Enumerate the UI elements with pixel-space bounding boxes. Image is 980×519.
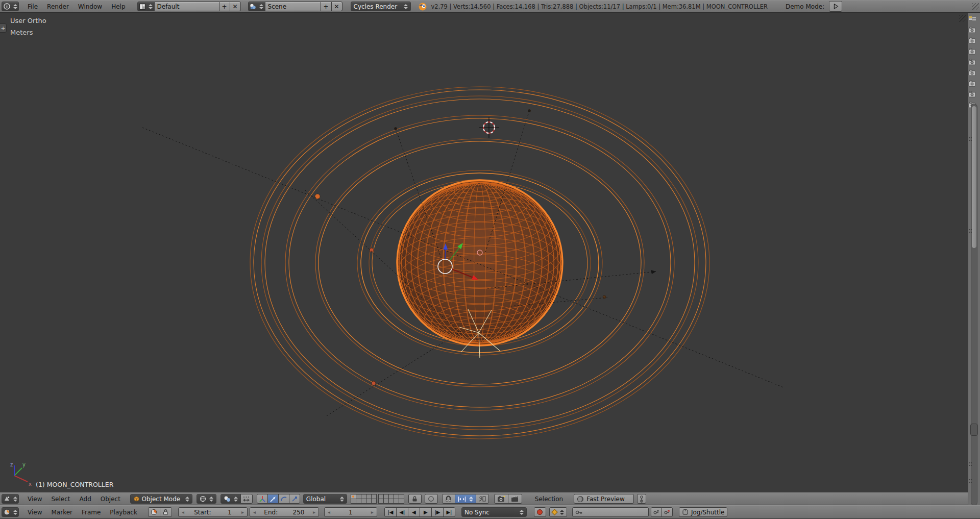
sync-mode-select[interactable]: No Sync bbox=[461, 507, 527, 517]
render-opengl-still-button[interactable] bbox=[494, 494, 508, 504]
menu-view[interactable]: View bbox=[23, 509, 46, 516]
transport-button-5[interactable]: ▶| bbox=[443, 507, 455, 517]
editor-type-spinner bbox=[13, 4, 17, 9]
properties-tab-icon-4[interactable] bbox=[968, 69, 976, 76]
proportional-circle-icon bbox=[428, 496, 434, 502]
mode-select[interactable]: Object Mode bbox=[130, 494, 192, 504]
jog-shuttle-button[interactable]: Jog/Shuttle bbox=[679, 507, 728, 517]
properties-editor-collapsed[interactable] bbox=[968, 13, 980, 505]
snap-target-button[interactable] bbox=[476, 494, 489, 504]
keying-set-field[interactable] bbox=[572, 507, 649, 517]
snap-toggle-button[interactable] bbox=[442, 494, 455, 504]
scene-delete-button[interactable]: ✕ bbox=[331, 2, 342, 11]
transport-button-0[interactable]: |◀ bbox=[384, 507, 397, 517]
demo-play-button[interactable] bbox=[829, 1, 842, 12]
blender-logo-icon bbox=[418, 2, 427, 11]
keyframe-diamond-icon bbox=[551, 509, 558, 515]
scene-browse-button[interactable] bbox=[248, 2, 265, 11]
screen-layout-add-button[interactable]: + bbox=[219, 2, 230, 11]
viewport-corner-grip-topright[interactable] bbox=[959, 15, 966, 22]
view3d-menu-row: ViewSelectAddObject bbox=[23, 496, 125, 503]
menu-window[interactable]: Window bbox=[74, 3, 107, 10]
render-engine-select[interactable]: Cycles Render bbox=[351, 2, 411, 11]
scene-add-button[interactable]: + bbox=[321, 2, 332, 11]
properties-scrollbar-track[interactable] bbox=[971, 104, 977, 506]
pin-id-button[interactable] bbox=[637, 494, 646, 504]
drawtype-select[interactable] bbox=[197, 494, 216, 504]
close-icon: ✕ bbox=[232, 3, 237, 10]
screen-layout-delete-button[interactable]: ✕ bbox=[230, 2, 241, 11]
properties-tab-icon-2[interactable] bbox=[968, 48, 976, 55]
properties-tab-icon-0[interactable] bbox=[968, 27, 976, 33]
menu-help[interactable]: Help bbox=[107, 3, 130, 10]
info-bar-resize-grip[interactable] bbox=[972, 3, 979, 10]
translate-arrow-icon bbox=[270, 496, 277, 503]
menu-marker[interactable]: Marker bbox=[46, 509, 77, 516]
transport-button-2[interactable]: ◀ bbox=[408, 507, 420, 517]
manipulator-rotate-button[interactable] bbox=[278, 494, 289, 504]
properties-scrollbar-thumb[interactable] bbox=[972, 106, 976, 248]
layer-toggle-19[interactable] bbox=[399, 499, 404, 504]
scene-name-field[interactable]: Scene bbox=[265, 2, 321, 11]
frame-start-field[interactable]: ◂ Start: 1 ▸ bbox=[178, 507, 248, 517]
menu-frame[interactable]: Frame bbox=[77, 509, 105, 516]
snap-element-spinner bbox=[469, 497, 473, 502]
layer-toggle-9[interactable] bbox=[371, 499, 377, 504]
manipulator-scale-button[interactable] bbox=[289, 494, 300, 504]
editor-type-button-3dview[interactable] bbox=[2, 494, 19, 504]
manipulator-translate-button[interactable] bbox=[267, 494, 279, 504]
properties-editor-icon[interactable] bbox=[968, 16, 976, 22]
screen-layout-name-field[interactable]: Default bbox=[154, 2, 219, 11]
pivot-select[interactable] bbox=[220, 494, 241, 504]
properties-tab-icon-6[interactable] bbox=[968, 91, 976, 97]
menu-view[interactable]: View bbox=[23, 496, 46, 503]
current-frame-field[interactable]: ◂ 1 ▸ bbox=[324, 507, 377, 517]
toolshelf-expand-button[interactable]: + bbox=[0, 23, 7, 33]
panel-grip-dots[interactable] bbox=[969, 479, 972, 484]
transport-button-4[interactable]: |▶ bbox=[431, 507, 444, 517]
snap-element-select[interactable] bbox=[455, 494, 476, 504]
pivot-align-toggle[interactable] bbox=[240, 494, 253, 504]
editor-type-button-info[interactable] bbox=[2, 2, 19, 11]
fast-preview-select[interactable]: Fast Preview bbox=[574, 494, 634, 504]
orientation-select[interactable]: Global bbox=[303, 494, 347, 504]
screen-layout-spinner bbox=[149, 4, 153, 9]
properties-mini-button[interactable] bbox=[970, 424, 978, 436]
properties-tab-icon-3[interactable] bbox=[968, 59, 976, 65]
transport-button-1[interactable]: ◀| bbox=[396, 507, 408, 517]
stepper-right-arrow[interactable]: ▸ bbox=[312, 509, 316, 515]
lock-modes-button[interactable] bbox=[408, 494, 422, 504]
panel-grip-dots[interactable] bbox=[969, 462, 972, 467]
properties-tab-icon-1[interactable] bbox=[968, 37, 976, 44]
screen-layout-browse-button[interactable] bbox=[137, 2, 155, 11]
menu-file[interactable]: File bbox=[23, 3, 42, 10]
properties-tab-icon-5[interactable] bbox=[968, 80, 976, 87]
panel-grip-dots[interactable] bbox=[969, 229, 972, 234]
menu-render[interactable]: Render bbox=[42, 3, 74, 10]
frame-end-field[interactable]: ◂ End: 250 ▸ bbox=[250, 507, 319, 517]
use-preview-range-button[interactable] bbox=[148, 507, 160, 517]
panel-grip-dots[interactable] bbox=[969, 137, 972, 142]
menu-add[interactable]: Add bbox=[75, 496, 96, 503]
menu-object[interactable]: Object bbox=[96, 496, 125, 503]
editor-type-button-timeline[interactable] bbox=[2, 507, 19, 517]
keying-flag-select[interactable] bbox=[549, 507, 567, 517]
render-opengl-anim-button[interactable] bbox=[508, 494, 522, 504]
stepper-right-arrow[interactable]: ▸ bbox=[241, 509, 244, 515]
lock-time-button[interactable] bbox=[160, 507, 172, 517]
stepper-left-arrow[interactable]: ◂ bbox=[327, 509, 331, 515]
transport-button-3[interactable]: ▶ bbox=[420, 507, 432, 517]
proportional-edit-button[interactable] bbox=[425, 494, 438, 504]
stepper-left-arrow[interactable]: ◂ bbox=[253, 509, 256, 515]
stepper-right-arrow[interactable]: ▸ bbox=[371, 509, 374, 515]
insert-keyframe-button[interactable] bbox=[651, 507, 662, 517]
orbit-object-dot[interactable] bbox=[372, 381, 376, 385]
menu-playback[interactable]: Playback bbox=[105, 509, 142, 516]
auto-keyframe-button[interactable] bbox=[534, 507, 546, 517]
orbit-object-dot[interactable] bbox=[315, 194, 320, 199]
delete-keyframe-button[interactable] bbox=[662, 507, 673, 517]
manipulator-axis-button[interactable] bbox=[257, 494, 268, 504]
stepper-left-arrow[interactable]: ◂ bbox=[181, 509, 185, 515]
menu-select[interactable]: Select bbox=[46, 496, 75, 503]
viewport-3d-canvas[interactable]: zyx bbox=[0, 13, 968, 492]
